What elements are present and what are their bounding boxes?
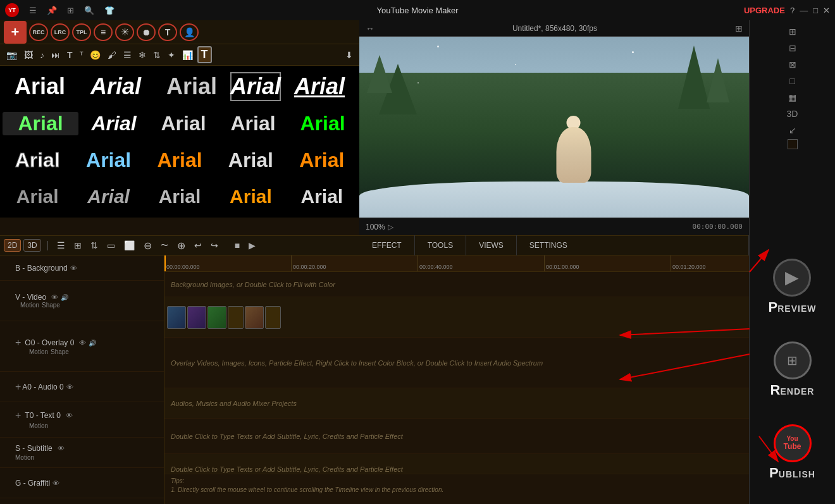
rec-button[interactable]: REC [29,23,48,41]
subtitle-hint[interactable]: Double Click to Type Texts or Add Subtit… [164,465,403,473]
track-audio-video[interactable]: 🔊 [61,294,68,301]
font-tool-star[interactable]: ✦ [165,49,178,61]
font-tool-list[interactable]: ☰ [121,49,134,61]
font-sample-2-5[interactable]: Arial [288,112,357,135]
font-sample-4-2[interactable]: Arial [73,186,143,207]
menu-button[interactable]: ≡ [94,23,113,41]
tab-tools[interactable]: TOOLS [415,235,466,255]
sidebar-icon-6[interactable]: 3D [784,106,801,121]
text-hint[interactable]: Double Click to Type Texts or Add Subtit… [164,433,403,440]
tl-wave-icon[interactable]: 〜 [158,239,171,252]
tl-undo-icon[interactable]: ↩ [191,239,205,252]
render-action-button[interactable]: ⊞ R ENDER [770,341,815,398]
help-button[interactable]: ? [790,6,795,15]
close-button[interactable]: ✕ [823,6,830,15]
tl-stop-icon[interactable]: ■ [232,239,243,252]
font-sample-2-4[interactable]: Arial [219,112,287,135]
titlebar-icon-menu[interactable]: ☰ [29,6,37,15]
track-add-text[interactable]: + [15,410,21,421]
font-sample-4-3[interactable]: Arial [145,186,214,207]
tl-sort-icon[interactable]: ⇅ [87,239,101,252]
zoom-play-icon[interactable]: ▷ [388,223,393,231]
font-sample-3-3[interactable]: Arial [145,149,214,172]
preview-settings-icon[interactable]: ⊞ [735,23,743,34]
font-tool-t2[interactable]: ᵀ [77,49,85,61]
font-sample-2-2[interactable]: Arial [80,112,148,135]
maximize-button[interactable]: □ [813,6,818,15]
track-add-overlay[interactable]: + [15,337,21,348]
font-sample-1-2[interactable]: Arial [78,73,153,100]
tab-settings[interactable]: SETTINGS [517,235,749,255]
preview-arrow-left[interactable]: ↔ [366,23,374,34]
record-button[interactable]: ⏺ [137,23,156,41]
audio-hint[interactable]: Audios, Musics and Audio Mixer Projects [164,400,297,407]
track-eye-overlay[interactable]: 👁 [79,339,86,347]
font-sample-3-5[interactable]: Arial [287,149,357,172]
playhead[interactable] [164,255,166,271]
upgrade-button[interactable]: UPGRADE [744,6,785,15]
font-sample-1-4[interactable]: Arial [230,72,281,101]
track-audio-overlay[interactable]: 🔊 [89,340,96,347]
titlebar-icon-pin[interactable]: 📌 [47,6,57,15]
preview-action-button[interactable]: ▶ P REVIEW [769,259,817,316]
font-tool-snowflake[interactable]: ❄ [136,49,149,61]
font-sample-4-5[interactable]: Arial [287,186,357,207]
minimize-button[interactable]: — [800,6,808,15]
tl-split-icon[interactable]: ⬜ [121,239,138,252]
font-tool-t1[interactable]: T [65,49,75,61]
font-sample-2-1[interactable]: Arial [3,112,78,135]
tl-redo-icon[interactable]: ↪ [207,239,221,252]
font-sample-1-3[interactable]: Arial [154,73,229,100]
track-add-audio[interactable]: + [15,381,21,393]
sidebar-icon-2[interactable]: ⊟ [786,40,799,56]
sidebar-icon-7[interactable]: ↙ [786,123,799,138]
font-tool-download[interactable]: ⬇ [343,49,356,61]
overlay-hint[interactable]: Overlay Videos, Images, Icons, Particle … [164,359,543,367]
font-tool-photo[interactable]: 🖼 [22,49,35,61]
text-button[interactable]: T [158,23,177,41]
sidebar-icon-3[interactable]: ⊠ [786,57,799,72]
asterisk-button[interactable]: ✳ [115,23,134,41]
font-sample-1-5[interactable]: Arial [282,73,357,100]
font-tool-brush[interactable]: 🖌 [105,49,119,61]
lrc-button[interactable]: LRC [51,23,70,41]
font-sample-3-1[interactable]: Arial [3,149,72,172]
video-clip-4[interactable] [245,306,264,329]
titlebar-icon-shirt[interactable]: 👕 [104,6,114,15]
tl-list-icon[interactable]: ☰ [54,239,68,252]
video-clip-2[interactable] [187,306,206,329]
tl-play-icon[interactable]: ▶ [245,239,259,252]
track-eye-video[interactable]: 👁 [51,293,58,301]
track-eye-subtitle[interactable]: 👁 [58,445,65,452]
video-clip-3[interactable] [207,306,226,329]
font-sample-2-3[interactable]: Arial [149,112,218,135]
font-tool-arrows[interactable]: ⇅ [151,49,163,61]
font-tool-emoji[interactable]: 😊 [87,49,103,61]
mode-3d[interactable]: 3D [23,239,40,252]
font-tool-camera[interactable]: 📷 [4,49,20,61]
sidebar-icon-1[interactable]: ⊞ [786,24,799,39]
font-sample-4-4[interactable]: Arial [216,186,285,207]
font-tool-next[interactable]: ⏭ [49,49,63,61]
tl-minus-icon[interactable]: ⊖ [140,238,155,253]
track-eye-text[interactable]: 👁 [66,412,73,419]
font-tool-text-active[interactable]: T [197,46,212,63]
track-eye-audio[interactable]: 👁 [66,383,73,391]
sidebar-icon-4[interactable]: □ [787,73,797,89]
font-sample-4-1[interactable]: Arial [3,186,72,207]
tl-clip-icon[interactable]: ▭ [104,239,118,252]
sidebar-icon-5[interactable]: ▦ [786,90,799,105]
track-eye-graffiti[interactable]: 👁 [53,479,59,487]
tab-views[interactable]: VIEWS [466,235,517,255]
font-tool-bar[interactable]: 📊 [180,49,195,61]
font-sample-3-2[interactable]: Arial [73,149,143,172]
tl-plus-icon[interactable]: ⊕ [174,238,189,253]
sidebar-icon-8[interactable] [788,139,798,149]
font-sample-3-4[interactable]: Arial [216,149,285,172]
font-tool-music[interactable]: ♪ [37,49,47,61]
titlebar-icon-grid[interactable]: ⊞ [67,6,74,15]
titlebar-icon-search[interactable]: 🔍 [84,6,94,15]
person-button[interactable]: 👤 [180,23,199,41]
tl-grid-icon[interactable]: ⊞ [71,239,85,252]
background-hint[interactable]: Background Images, or Double Click to Fi… [164,281,335,288]
